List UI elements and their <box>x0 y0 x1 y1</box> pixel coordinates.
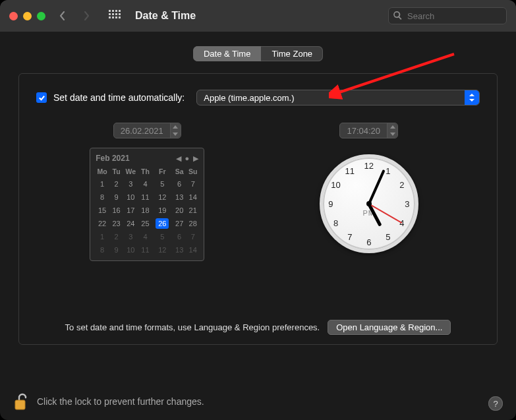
formats-row: To set date and time formats, use Langua… <box>19 320 497 335</box>
calendar-day[interactable]: 3 <box>123 230 138 243</box>
calendar-day[interactable]: 8 <box>94 191 110 204</box>
calendar-weekday: Su <box>186 165 200 177</box>
calendar-day[interactable]: 20 <box>173 204 186 217</box>
lock-text: Click the lock to prevent further change… <box>37 396 204 407</box>
calendar-day[interactable]: 6 <box>173 230 186 243</box>
help-button[interactable]: ? <box>488 396 503 411</box>
calendar-day[interactable]: 19 <box>152 204 173 217</box>
preferences-window: Date & Time Date & Time Time Zone <box>0 0 516 420</box>
svg-line-0 <box>335 54 454 94</box>
open-language-region-button[interactable]: Open Language & Region... <box>328 320 451 335</box>
clock-number: 12 <box>362 161 376 171</box>
forward-button[interactable] <box>80 9 93 22</box>
date-step-down[interactable] <box>171 131 181 138</box>
calendar-day[interactable]: 9 <box>110 243 123 256</box>
calendar-day[interactable]: 21 <box>186 204 200 217</box>
minimize-window-button[interactable] <box>23 12 32 20</box>
calendar-day[interactable]: 22 <box>94 217 110 230</box>
calendar-day[interactable]: 11 <box>138 243 152 256</box>
date-stepper[interactable]: 26.02.2021 <box>113 123 181 138</box>
tab-time-zone[interactable]: Time Zone <box>261 46 323 61</box>
calendar-weekday: Sa <box>173 165 186 177</box>
calendar-day[interactable]: 5 <box>152 177 173 191</box>
calendar-day[interactable]: 11 <box>138 191 152 204</box>
calendar-day[interactable]: 25 <box>138 217 152 230</box>
calendar-day[interactable]: 15 <box>94 204 110 217</box>
content: Date & Time Time Zone Set date and time … <box>0 32 516 345</box>
calendar-day[interactable]: 9 <box>110 191 123 204</box>
calendar-day[interactable]: 14 <box>186 191 200 204</box>
calendar-day[interactable]: 2 <box>110 230 123 243</box>
calendar-day[interactable]: 24 <box>123 217 138 230</box>
clock-minute-hand <box>368 169 385 204</box>
calendar-day[interactable]: 1 <box>94 230 110 243</box>
date-time-columns: 26.02.2021 Feb 2021 ◀ ● ▶ <box>36 123 480 261</box>
close-window-button[interactable] <box>9 12 18 20</box>
time-step-down[interactable] <box>387 131 397 138</box>
date-step-up[interactable] <box>171 123 181 131</box>
calendar-day[interactable]: 14 <box>186 243 200 256</box>
calendar-next-icon[interactable]: ▶ <box>193 154 198 163</box>
calendar-day[interactable]: 4 <box>138 177 152 191</box>
date-spin-buttons[interactable] <box>170 123 181 138</box>
calendar-day[interactable]: 5 <box>152 230 173 243</box>
date-column: 26.02.2021 Feb 2021 ◀ ● ▶ <box>36 123 258 261</box>
auto-time-checkbox[interactable] <box>36 92 47 103</box>
svg-rect-1 <box>15 400 25 409</box>
calendar-day[interactable]: 8 <box>94 243 110 256</box>
calendar-day[interactable]: 23 <box>110 217 123 230</box>
show-all-icon[interactable] <box>109 10 121 22</box>
clock-number: 10 <box>330 180 343 190</box>
calendar-day[interactable]: 26 <box>152 217 173 230</box>
calendar-day[interactable]: 27 <box>173 217 186 230</box>
calendar-day[interactable]: 6 <box>173 177 186 191</box>
clock-number: 9 <box>324 199 337 209</box>
calendar-day[interactable]: 12 <box>152 243 173 256</box>
titlebar: Date & Time <box>0 0 516 32</box>
calendar-day[interactable]: 17 <box>123 204 138 217</box>
clock-center-pin <box>366 201 372 206</box>
calendar-day[interactable]: 13 <box>173 243 186 256</box>
calendar-day[interactable]: 16 <box>110 204 123 217</box>
clock-number: 7 <box>343 232 357 242</box>
calendar-weekday: Th <box>138 165 152 177</box>
calendar-day[interactable]: 12 <box>152 191 173 204</box>
window-title: Date & Time <box>135 10 196 22</box>
calendar-weekday: We <box>123 165 138 177</box>
calendar-day[interactable]: 3 <box>123 177 138 191</box>
search-input[interactable] <box>388 7 507 24</box>
calendar-day[interactable]: 1 <box>94 177 110 191</box>
calendar-day[interactable]: 13 <box>173 191 186 204</box>
calendar-day[interactable]: 10 <box>123 191 138 204</box>
zoom-window-button[interactable] <box>37 12 45 20</box>
calendar-day[interactable]: 4 <box>138 230 152 243</box>
time-step-up[interactable] <box>387 123 397 131</box>
tab-date-time[interactable]: Date & Time <box>193 46 262 61</box>
calendar-day[interactable]: 28 <box>186 217 200 230</box>
time-stepper[interactable]: 17:04:20 <box>339 123 398 138</box>
calendar-weekday: Mo <box>94 165 110 177</box>
clock-number: 6 <box>362 237 376 247</box>
search-field-wrap <box>388 7 507 24</box>
calendar-day[interactable]: 2 <box>110 177 123 191</box>
analog-clock: PM 121234567891011 <box>320 154 418 253</box>
calendar[interactable]: Feb 2021 ◀ ● ▶ MoTuWeThFrSaSu 1234567891… <box>90 148 204 261</box>
calendar-title: Feb 2021 <box>96 154 129 163</box>
annotation-arrow <box>329 50 461 103</box>
lock-row: Click the lock to prevent further change… <box>13 392 204 411</box>
calendar-weekday: Tu <box>110 165 123 177</box>
time-spin-buttons[interactable] <box>387 123 397 138</box>
calendar-day[interactable]: 7 <box>186 230 200 243</box>
calendar-day[interactable]: 10 <box>123 243 138 256</box>
combobox-toggle-button[interactable] <box>465 90 479 105</box>
time-value: 17:04:20 <box>340 126 387 136</box>
calendar-day[interactable]: 18 <box>138 204 152 217</box>
calendar-today-icon[interactable]: ● <box>185 154 190 162</box>
date-value: 26.02.2021 <box>114 126 170 136</box>
calendar-day[interactable]: 7 <box>186 177 200 191</box>
back-button[interactable] <box>56 9 69 22</box>
unlocked-lock-icon[interactable] <box>13 392 29 411</box>
formats-hint: To set date and time formats, use Langua… <box>65 322 320 332</box>
calendar-prev-icon[interactable]: ◀ <box>176 154 181 163</box>
clock-number: 8 <box>330 218 343 228</box>
